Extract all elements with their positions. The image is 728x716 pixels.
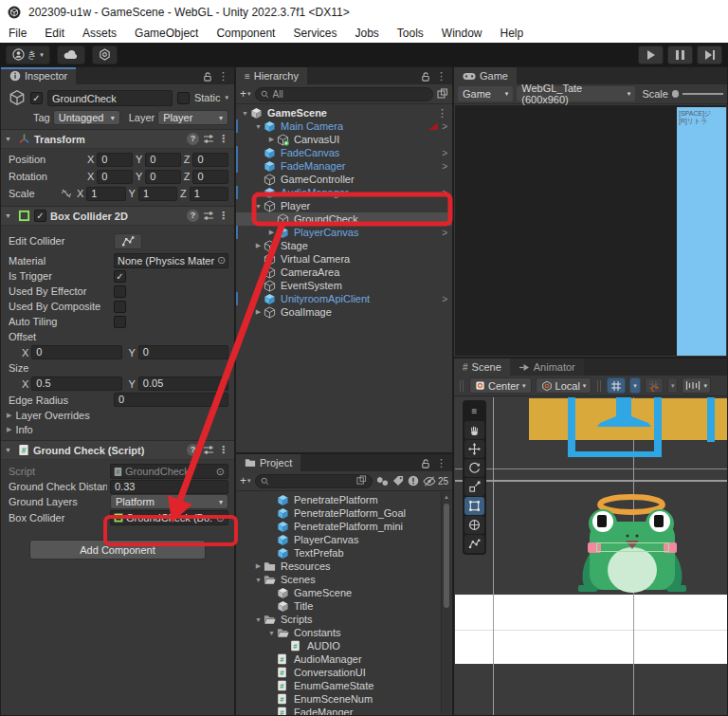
hierarchy-item-fademanager[interactable]: FadeManager> — [236, 159, 452, 173]
foldout-open-icon[interactable]: ▼ — [240, 110, 250, 117]
size-x-field[interactable]: 0.5 — [31, 376, 121, 391]
presets-icon[interactable] — [203, 445, 214, 455]
project-item-resources[interactable]: ▶Resources — [236, 560, 452, 573]
transform-header[interactable]: ▼ Transform ? ⋮ — [1, 129, 234, 149]
project-item-penetrateplatform-goal[interactable]: PenetratePlatform_Goal — [236, 506, 452, 520]
rotate-tool[interactable] — [464, 459, 484, 477]
import-log-icon[interactable] — [408, 475, 419, 487]
scale-slider-knob[interactable] — [672, 90, 679, 98]
move-tool[interactable] — [464, 440, 484, 458]
menu-item-services[interactable]: Services — [293, 27, 337, 40]
snap-toggle-caret[interactable]: ▾ — [667, 377, 679, 394]
static-checkbox[interactable] — [177, 92, 190, 104]
project-item-audio[interactable]: #AUDIO — [236, 639, 452, 652]
hierarchy-item-audiomanager[interactable]: AudioManager> — [236, 186, 452, 199]
link-scale-icon[interactable] — [61, 189, 72, 198]
menu-item-assets[interactable]: Assets — [82, 27, 117, 40]
lock-icon[interactable] — [420, 71, 430, 82]
menu-item-component[interactable]: Component — [216, 27, 275, 40]
foldout-open-icon[interactable]: ▼ — [253, 203, 264, 210]
kebab-menu-icon[interactable]: ⋮ — [437, 107, 447, 119]
resolution-dropdown[interactable]: WebGL_Tate (600x960)▾ — [517, 86, 635, 101]
play-button[interactable] — [638, 46, 664, 64]
menu-item-tools[interactable]: Tools — [397, 27, 424, 40]
prefab-enter-chevron[interactable]: > — [442, 161, 447, 172]
menu-item-window[interactable]: Window — [442, 27, 482, 40]
component-enabled-checkbox[interactable]: ✓ — [34, 210, 46, 222]
rotation-x-field[interactable]: 0 — [97, 170, 133, 184]
position-z-field[interactable]: 0 — [192, 153, 228, 167]
layer-dropdown[interactable]: Player▾ — [157, 110, 228, 125]
search-by-label-icon[interactable] — [392, 475, 404, 487]
ground-check-distance-field[interactable]: 0.33 — [110, 480, 228, 494]
project-scrollbar[interactable]: ▲ — [441, 492, 451, 714]
project-search-input[interactable] — [255, 474, 373, 488]
grid-visibility-caret[interactable]: ▾ — [629, 377, 641, 394]
menu-item-help[interactable]: Help — [500, 27, 524, 40]
step-button[interactable] — [697, 46, 722, 64]
foldout-open-icon[interactable]: ▼ — [253, 616, 264, 623]
foldout-closed-icon[interactable]: ▶ — [253, 308, 264, 316]
hierarchy-item-fadecanvas[interactable]: FadeCanvas> — [236, 146, 452, 159]
scale-z-field[interactable]: 1 — [190, 187, 228, 201]
view-options-icon[interactable]: ≡ — [464, 402, 484, 420]
pivot-mode-dropdown[interactable]: Center▾ — [469, 377, 532, 394]
offset-y-field[interactable]: 0 — [138, 345, 228, 359]
create-button[interactable]: +▾ — [240, 87, 251, 101]
hierarchy-item-gamecontroller[interactable]: GameController — [236, 173, 452, 186]
tab-hierarchy[interactable]: ≡ Hierarchy — [236, 67, 307, 84]
pause-button[interactable] — [667, 46, 693, 64]
hidden-count-toggle[interactable]: 25 — [423, 476, 448, 487]
project-item-title[interactable]: Title — [236, 599, 452, 613]
tab-project[interactable]: Project — [236, 454, 300, 471]
hierarchy-item-groundcheck[interactable]: GroundCheck — [236, 212, 452, 226]
edge-radius-field[interactable]: 0 — [114, 393, 228, 407]
gameobject-name-field[interactable]: GroundCheck — [47, 90, 173, 106]
kebab-menu-icon[interactable]: ⋮ — [218, 133, 228, 145]
lock-icon[interactable] — [202, 71, 212, 82]
scene-picker-icon[interactable] — [437, 88, 448, 100]
foldout-closed-icon[interactable]: ▶ — [266, 136, 277, 143]
project-item-enumscenenum[interactable]: #EnumSceneNum — [236, 692, 452, 706]
info-foldout[interactable]: ▶Info — [1, 422, 234, 436]
scale-y-field[interactable]: 1 — [138, 187, 177, 201]
transform-tool[interactable] — [464, 516, 484, 534]
tab-inspector[interactable]: Inspector — [1, 67, 76, 84]
presets-icon[interactable] — [203, 211, 214, 221]
active-checkbox[interactable]: ✓ — [30, 92, 43, 104]
project-item-conversationui[interactable]: #ConversationUI — [236, 666, 452, 679]
auto-tiling-checkbox[interactable] — [114, 316, 126, 328]
hierarchy-item-main-camera[interactable]: ▼Main Camera> — [236, 119, 452, 133]
foldout-closed-icon[interactable]: ▶ — [253, 242, 264, 249]
hierarchy-item-goalimage[interactable]: ▶GoalImage — [236, 305, 452, 319]
presets-icon[interactable] — [203, 134, 214, 144]
help-icon[interactable]: ? — [187, 210, 199, 222]
object-picker-icon[interactable]: ⊙ — [216, 512, 225, 524]
foldout-open-icon[interactable]: ▼ — [253, 123, 264, 130]
material-object-field[interactable]: None (Physics Mater ⊙ — [114, 253, 228, 268]
kebab-menu-icon[interactable]: ⋮ — [436, 457, 446, 469]
prefab-enter-chevron[interactable]: > — [442, 148, 447, 158]
menu-item-gameobject[interactable]: GameObject — [135, 27, 198, 40]
menu-item-edit[interactable]: Edit — [45, 27, 64, 40]
hierarchy-item-player[interactable]: ▼Player — [236, 199, 452, 212]
menu-item-jobs[interactable]: Jobs — [355, 27, 378, 40]
ground-layers-dropdown[interactable]: Platform▾ — [110, 494, 228, 509]
search-by-type-icon[interactable] — [376, 475, 389, 487]
add-component-button[interactable]: Add Component — [29, 540, 206, 560]
scale-tool[interactable] — [464, 478, 484, 496]
project-item-gamescene[interactable]: GameScene — [236, 586, 452, 599]
project-item-enumgamestate[interactable]: #EnumGameState — [236, 679, 452, 692]
used-by-composite-checkbox[interactable] — [114, 301, 126, 313]
scrollbar-thumb[interactable] — [444, 504, 449, 608]
foldout-closed-icon[interactable]: ▶ — [253, 562, 264, 570]
foldout-closed-icon[interactable]: ▶ — [266, 229, 277, 236]
hierarchy-item-stage[interactable]: ▶Stage — [236, 239, 452, 252]
foldout-open-icon[interactable]: ▼ — [253, 577, 264, 583]
ground-check-header[interactable]: ▼ # Ground Check (Script) ? ⋮ — [1, 440, 234, 460]
project-item-playercanvas[interactable]: PlayerCanvas — [236, 533, 452, 546]
offset-x-field[interactable]: 0 — [31, 345, 121, 359]
account-button[interactable]: き ▾ — [6, 46, 50, 64]
lock-icon[interactable] — [420, 458, 430, 468]
cloud-button[interactable] — [57, 46, 85, 64]
